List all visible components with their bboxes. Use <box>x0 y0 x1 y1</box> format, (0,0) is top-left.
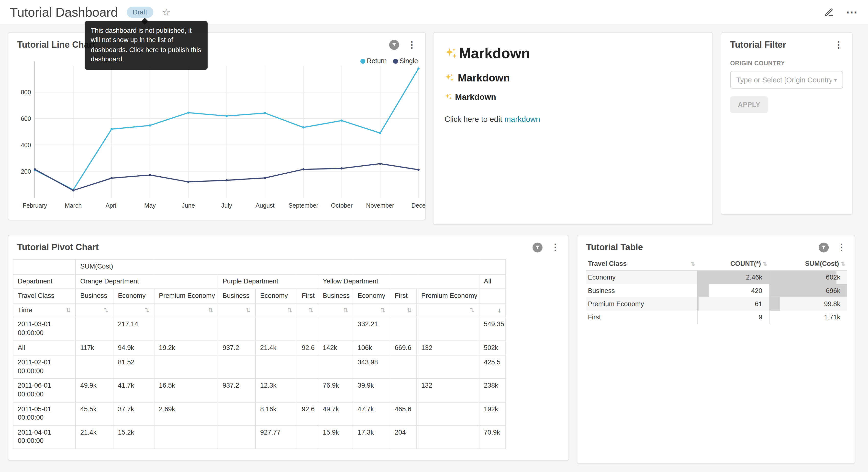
sparkles-icon <box>444 47 458 60</box>
markdown-edit-link[interactable]: markdown <box>504 115 540 123</box>
pivot-table: SUM(Cost)DepartmentOrange DepartmentPurp… <box>13 259 506 449</box>
pivot-cell: 2.69k <box>154 402 218 425</box>
pivot-cell: 204 <box>390 425 416 449</box>
filter-badge-icon[interactable] <box>532 243 542 253</box>
pivot-cell: 16.5k <box>154 379 218 402</box>
pivot-cell: 49.7k <box>318 402 353 425</box>
pivot-cell: 15.9k <box>318 425 353 449</box>
pivot-cell <box>297 355 318 379</box>
draft-badge[interactable]: Draft <box>127 7 153 18</box>
table-row: Economy2.46k602k <box>586 270 847 284</box>
col-header-travel-class[interactable]: Travel Class⇅ <box>586 257 697 270</box>
pivot-metric-header: SUM(Cost) <box>75 260 506 274</box>
pivot-cell: 21.4k <box>255 341 297 355</box>
edit-pencil-icon[interactable] <box>824 7 834 17</box>
pivot-cell: 238k <box>479 379 506 402</box>
pivot-col-header: First <box>390 289 416 303</box>
markdown-heading-3: Markdown <box>444 92 702 101</box>
pivot-cell: 94.9k <box>113 341 154 355</box>
table-card-title: Tutorial Table <box>586 243 643 253</box>
pivot-sort-toggle-icon[interactable]: ⇅ <box>297 303 318 317</box>
kebab-menu-icon[interactable]: ⋮ <box>407 40 416 49</box>
pivot-sort-desc-icon[interactable]: ↓ <box>479 303 506 317</box>
filter-card-header: Tutorial Filter ⋮ <box>721 33 852 53</box>
pivot-data-row: 2011-04-01 00:00:0021.4k15.2k927.7715.9k… <box>13 425 506 449</box>
pivot-sort-toggle-icon[interactable]: ⇅ <box>154 303 218 317</box>
pivot-cell <box>297 317 318 341</box>
table-header-row: Travel Class⇅COUNT(*)⇅SUM(Cost)⇅ <box>586 257 847 270</box>
filter-badge-icon[interactable] <box>389 40 399 50</box>
more-options-icon[interactable]: ⋯ <box>846 9 858 16</box>
pivot-cell <box>297 425 318 449</box>
pivot-cell <box>154 425 218 449</box>
pivot-cell <box>416 355 479 379</box>
markdown-heading-2: Markdown <box>444 72 702 84</box>
origin-country-select[interactable]: Type or Select [Origin Country] ▾ <box>730 71 843 89</box>
pivot-cell <box>390 355 416 379</box>
markdown-heading-1: Markdown <box>444 45 702 62</box>
select-placeholder: Type or Select [Origin Country] <box>736 76 832 84</box>
pivot-col-header <box>479 289 506 303</box>
pivot-cell: 76.9k <box>318 379 353 402</box>
kebab-menu-icon[interactable]: ⋮ <box>551 243 560 252</box>
pivot-cell <box>75 355 113 379</box>
pivot-cell: 92.6 <box>297 402 318 425</box>
svg-text:September: September <box>288 202 318 209</box>
col-header-sum[interactable]: SUM(Cost)⇅ <box>769 257 847 270</box>
pivot-cell: 17.3k <box>353 425 390 449</box>
pivot-sort-toggle-icon[interactable]: ⇅ <box>113 303 154 317</box>
value-bar <box>697 284 709 297</box>
svg-text:February: February <box>23 202 47 209</box>
pivot-sort-toggle-icon[interactable]: ⇅ <box>75 303 113 317</box>
pivot-cell: 502k <box>479 341 506 355</box>
filter-badge-icon[interactable] <box>819 243 829 253</box>
line-chart-plot: FebruaryMarchAprilMayJuneJulyAugustSepte… <box>8 58 426 219</box>
filter-card-title: Tutorial Filter <box>730 40 786 50</box>
pivot-sort-toggle-icon[interactable]: ⇅ <box>218 303 255 317</box>
pivot-sort-toggle-icon[interactable]: ⇅ <box>353 303 390 317</box>
legend-item-return[interactable]: Return <box>360 57 387 65</box>
pivot-cell: 49.9k <box>75 379 113 402</box>
pivot-cell: 92.6 <box>297 341 318 355</box>
pivot-data-row: All117k94.9k19.2k937.221.4k92.6142k106k6… <box>13 341 506 355</box>
page-title: Tutorial Dashboard <box>10 5 118 20</box>
pivot-data-row: 2011-06-01 00:00:0049.9k41.7k16.5k937.21… <box>13 379 506 402</box>
pivot-cell <box>390 379 416 402</box>
pivot-cell: 192k <box>479 402 506 425</box>
pivot-sort-toggle-icon[interactable]: ⇅ <box>390 303 416 317</box>
pivot-sort-toggle-icon[interactable]: ⇅ <box>318 303 353 317</box>
col-header-count[interactable]: COUNT(*)⇅ <box>697 257 769 270</box>
pivot-cell: 39.9k <box>353 379 390 402</box>
svg-text:200: 200 <box>21 168 31 175</box>
favorite-star-icon[interactable]: ☆ <box>162 6 170 18</box>
pivot-cell <box>318 355 353 379</box>
kebab-menu-icon[interactable]: ⋮ <box>834 40 843 49</box>
pivot-cell <box>218 425 255 449</box>
pivot-time-sort[interactable]: Time⇅ <box>13 303 75 317</box>
kebab-menu-icon[interactable]: ⋮ <box>837 243 846 252</box>
value-bar <box>769 297 780 311</box>
pivot-cell: 217.14 <box>113 317 154 341</box>
pivot-cell: 669.6 <box>390 341 416 355</box>
pivot-cell <box>297 379 318 402</box>
legend-item-single[interactable]: Single <box>393 57 418 65</box>
pivot-class-row: Travel ClassBusinessEconomyPremium Econo… <box>13 289 506 303</box>
filter-card: Tutorial Filter ⋮ ORIGIN COUNTRY Type or… <box>721 32 852 215</box>
pivot-cell: 132 <box>416 379 479 402</box>
pivot-col-header: Economy <box>255 289 297 303</box>
svg-text:October: October <box>331 202 353 209</box>
pivot-cell: 47.7k <box>353 402 390 425</box>
pivot-cell: 21.4k <box>75 425 113 449</box>
table-cell-sum: 1.71k <box>769 311 847 324</box>
pivot-data-row: 2011-02-01 00:00:0081.52343.98425.5 <box>13 355 506 379</box>
table-cell-travel-class: Premium Economy <box>586 297 697 311</box>
pivot-col-group: Orange Department <box>75 274 218 289</box>
pivot-cell <box>416 402 479 425</box>
svg-text:March: March <box>65 202 82 209</box>
markdown-card: Markdown Markdown Markdown Click here to… <box>433 32 713 225</box>
pivot-sort-toggle-icon[interactable]: ⇅ <box>416 303 479 317</box>
apply-button[interactable]: APPLY <box>730 96 768 113</box>
pivot-sort-toggle-icon[interactable]: ⇅ <box>255 303 297 317</box>
svg-text:400: 400 <box>21 142 31 148</box>
pivot-department-row: DepartmentOrange DepartmentPurple Depart… <box>13 274 506 289</box>
